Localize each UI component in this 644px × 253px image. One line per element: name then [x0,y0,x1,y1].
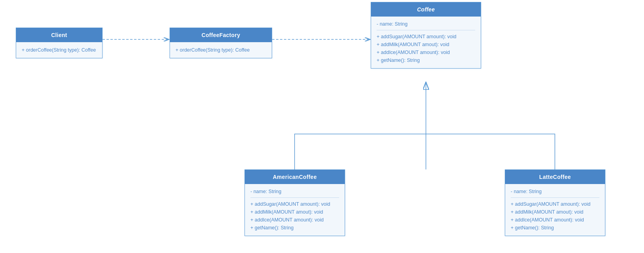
american-coffee-body: - name: String + addSugar(AMOUNT amount)… [245,184,345,236]
coffee-field-1: - name: String [377,20,475,28]
coffee-method-2: + addMilk(AMOUNT amout): void [377,41,475,48]
latte-coffee-method-3: + addIce(AMOUNT amount): void [511,216,599,224]
coffee-title: Coffee [417,6,435,13]
coffee-body: - name: String + addSugar(AMOUNT amount)… [371,17,481,68]
coffee-method-3: + addIce(AMOUNT amount): void [377,48,475,56]
coffee-method-4: + getName(): String [377,56,475,64]
client-method-1: + orderCoffee(String type): Coffee [22,46,97,54]
coffee-class: Coffee - name: String + addSugar(AMOUNT … [371,2,481,69]
latte-coffee-header: LatteCoffee [505,170,605,184]
diagram-canvas: CoffeeFactory: dashed arrow --> Cl [0,0,644,253]
client-body: + orderCoffee(String type): Coffee [16,42,102,58]
american-coffee-method-3: + addIce(AMOUNT amount): void [250,216,339,224]
coffee-divider [377,30,475,30]
latte-coffee-method-1: + addSugar(AMOUNT amount): void [511,200,599,208]
coffee-method-1: + addSugar(AMOUNT amount): void [377,33,475,41]
coffee-factory-header: CoffeeFactory [170,28,272,42]
coffee-header: Coffee [371,2,481,17]
american-coffee-divider [250,197,339,198]
client-class: Client + orderCoffee(String type): Coffe… [16,28,103,58]
latte-coffee-title: LatteCoffee [539,174,571,180]
american-coffee-class: AmericanCoffee - name: String + addSugar… [245,169,345,236]
latte-coffee-class: LatteCoffee - name: String + addSugar(AM… [505,169,605,236]
coffee-factory-title: CoffeeFactory [202,32,240,38]
coffee-factory-body: + orderCoffee(String type): Coffee [170,42,272,58]
latte-coffee-method-4: + getName(): String [511,224,599,232]
latte-to-coffee-line [426,134,555,169]
coffee-factory-method-1: + orderCoffee(String type): Coffee [175,46,266,54]
american-coffee-field-1: - name: String [250,188,339,195]
latte-coffee-divider [511,197,599,198]
latte-coffee-field-1: - name: String [511,188,599,195]
american-coffee-title: AmericanCoffee [273,174,317,180]
latte-coffee-body: - name: String + addSugar(AMOUNT amount)… [505,184,605,236]
american-coffee-method-1: + addSugar(AMOUNT amount): void [250,200,339,208]
american-coffee-method-4: + getName(): String [250,224,339,232]
client-header: Client [16,28,102,42]
american-coffee-header: AmericanCoffee [245,170,345,184]
coffee-factory-class: CoffeeFactory + orderCoffee(String type)… [170,28,272,58]
american-coffee-method-2: + addMilk(AMOUNT amout): void [250,208,339,216]
client-title: Client [51,32,67,38]
american-to-coffee-line [295,134,426,169]
latte-coffee-method-2: + addMilk(AMOUNT amout): void [511,208,599,216]
